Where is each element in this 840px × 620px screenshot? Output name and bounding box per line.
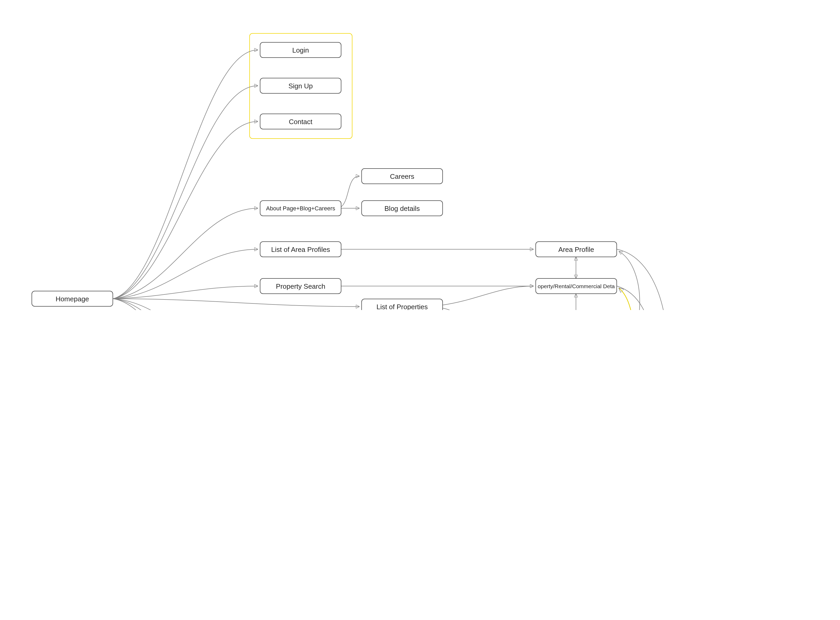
node-about[interactable]: About Page+Blog+Careers [260,200,341,216]
node-login[interactable]: Login [260,42,341,58]
node-list-properties[interactable]: List of Properties [361,299,443,310]
node-label: List of Area Profiles [271,245,330,253]
node-area-profile[interactable]: Area Profile [536,241,617,257]
node-label: Blog details [384,204,420,212]
node-label: List of Properties [376,302,428,310]
edge-homepage-propertysearch [113,286,258,299]
node-label: Property Search [276,282,325,290]
node-label: Login [292,46,309,54]
node-label: operty/Rental/Commercial Deta [538,283,615,289]
edge-agentdetail-areaprofile-loop [617,251,640,310]
edge-areaprofile-devdetail-loop [617,249,667,310]
node-homepage[interactable]: Homepage [32,291,113,307]
edge-homepage-devlist [113,299,258,310]
node-label: Sign Up [289,82,313,90]
node-label: About Page+Blog+Careers [266,205,335,211]
edge-about-careers [341,176,359,207]
edges-layer [0,0,840,310]
edge-homepage-contact [113,122,258,299]
node-blog[interactable]: Blog details [361,200,443,216]
node-careers[interactable]: Careers [361,168,443,184]
edge-homepage-about [113,208,258,299]
sitemap-canvas: Homepage Login Sign Up Contact About Pag… [0,0,840,310]
node-label: Contact [289,117,312,125]
edge-homepage-agentlist [113,299,258,310]
node-label: Area Profile [558,245,594,253]
node-label: Careers [390,172,414,180]
edge-homepage-listproperties [113,299,359,307]
node-property-detail[interactable]: operty/Rental/Commercial Deta [536,278,617,294]
edge-homepage-signup [113,86,258,299]
edge-propdetail-officedetail-loop [617,286,652,310]
node-label: Homepage [56,295,89,302]
node-property-search[interactable]: Property Search [260,278,341,294]
node-signup[interactable]: Sign Up [260,78,341,93]
node-contact[interactable]: Contact [260,114,341,129]
edge-homepage-areaprofiles [113,249,258,299]
edge-homepage-officelist [113,299,258,310]
edge-listprops-agentdetail [443,308,533,310]
edge-homepage-login [113,50,258,299]
edge-listprops-propdetail [443,286,533,305]
edge-officedetail-propdetail-yellow [617,288,634,310]
node-area-profiles[interactable]: List of Area Profiles [260,241,341,257]
